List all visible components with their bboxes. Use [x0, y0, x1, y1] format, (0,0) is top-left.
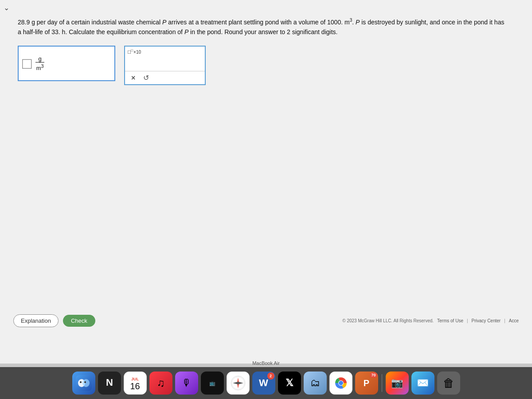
macos-dock: N JUL 16 ♫ 🎙 📺 W 2 𝕏 🗂: [0, 367, 532, 399]
fraction-den-exp: 3: [41, 63, 44, 69]
calendar-month: JUL: [131, 377, 139, 381]
dock-x[interactable]: 𝕏: [278, 372, 301, 395]
answer-bottom-buttons: × ↺: [125, 71, 205, 84]
dock-music[interactable]: ♫: [149, 372, 172, 395]
word-badge: 2: [267, 372, 274, 379]
dock-safari[interactable]: [227, 372, 250, 395]
chem-var-p3: P: [184, 28, 188, 35]
x10-label: □□×10: [128, 48, 141, 55]
left-buttons: Explanation Check: [13, 314, 95, 327]
calendar-day: 16: [130, 381, 140, 391]
dock-calendar[interactable]: JUL 16: [124, 372, 147, 395]
dock-word[interactable]: W 2: [252, 372, 275, 395]
separator1: |: [467, 318, 468, 323]
fraction-container: □ g m3: [22, 55, 46, 71]
dock-news[interactable]: N: [98, 372, 121, 395]
svg-point-14: [339, 381, 343, 385]
dock-separator: [382, 374, 382, 392]
question-text-p5: in the pond. Round your answer to 2 sign…: [188, 28, 337, 35]
separator2: |: [504, 318, 505, 323]
fraction-display: g m3: [35, 55, 46, 71]
clear-button[interactable]: ×: [131, 74, 135, 82]
svg-text:N: N: [106, 377, 113, 388]
chevron-area: ⌄: [4, 4, 9, 12]
dock-mail[interactable]: ✉️: [411, 372, 434, 395]
fraction-numerator: g: [35, 55, 44, 63]
svg-point-4: [84, 381, 86, 383]
svg-point-3: [80, 381, 82, 383]
dock-trash[interactable]: 🗑: [437, 372, 460, 395]
question-text-p3: .: [352, 19, 356, 26]
question-text-p2: arrives at a treatment plant settling po…: [166, 19, 349, 26]
answer-outer-box[interactable]: □□×10 × ↺: [124, 46, 206, 85]
footer-links: © 2023 McGraw Hill LLC. All Rights Reser…: [342, 318, 519, 323]
svg-point-2: [82, 379, 90, 387]
dock-appletv[interactable]: 📺: [201, 372, 224, 395]
dock-photos[interactable]: 📷: [386, 372, 409, 395]
bracket-left: □: [22, 55, 32, 71]
macbook-label: MacBook Air: [252, 360, 280, 366]
chem-var-p2: P: [356, 19, 360, 26]
fraction-input-box[interactable]: □ g m3: [18, 46, 115, 81]
answer-container: □□×10 × ↺: [124, 46, 206, 85]
dock-finder[interactable]: [72, 372, 95, 395]
check-button[interactable]: Check: [63, 315, 95, 327]
dock-powerpoint[interactable]: P 70: [355, 372, 378, 395]
undo-button[interactable]: ↺: [143, 74, 149, 82]
dock-files[interactable]: 🗂: [304, 372, 327, 395]
explanation-button[interactable]: Explanation: [13, 314, 59, 327]
question-text-p1: 28.9 g per day of a certain industrial w…: [18, 19, 162, 26]
chevron-down-button[interactable]: ⌄: [4, 4, 9, 12]
bottom-action-bar: Explanation Check © 2023 McGraw Hill LLC…: [0, 310, 532, 332]
answer-top-area: □□×10: [125, 47, 205, 71]
privacy-link[interactable]: Privacy Center: [472, 318, 501, 323]
fraction-denominator: m3: [35, 63, 46, 71]
main-content: ⌄ 28.9 g per day of a certain industrial…: [0, 0, 532, 364]
answer-section: □ g m3 □□×10 × ↺: [13, 46, 519, 85]
dock-chrome[interactable]: [329, 372, 352, 395]
fraction-den-letter: m: [36, 65, 41, 72]
svg-point-11: [237, 382, 239, 384]
ppt-badge: 70: [370, 372, 377, 378]
copyright-text: © 2023 McGraw Hill LLC. All Rights Reser…: [342, 318, 434, 323]
question-text: 28.9 g per day of a certain industrial w…: [18, 17, 505, 37]
dock-podcast[interactable]: 🎙: [175, 372, 198, 395]
acce-link[interactable]: Acce: [509, 318, 519, 323]
terms-link[interactable]: Terms of Use: [437, 318, 463, 323]
chem-var-p: P: [162, 19, 166, 26]
